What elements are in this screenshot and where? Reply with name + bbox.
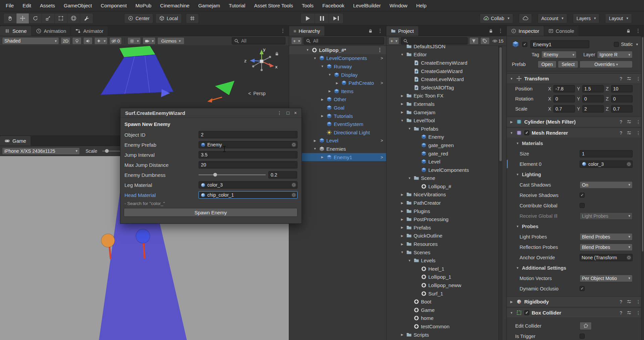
object-picker-icon[interactable]	[291, 183, 296, 187]
help-icon[interactable]: ?	[620, 130, 622, 136]
mesh-renderer-component-header[interactable]: ▼ ✓ Mesh Renderer ? ⋮	[507, 128, 644, 138]
project-item-level[interactable]: Level	[386, 157, 506, 166]
wizard-titlebar[interactable]: Surf.CreateEnemyWizard ⋮ □ ×	[120, 108, 302, 118]
more-icon[interactable]: ⋮	[377, 47, 385, 53]
menu-gamejam[interactable]: Gamejam	[194, 0, 224, 11]
transform-position-x-field[interactable]: -7.8	[553, 85, 575, 92]
layer-dropdown[interactable]: Ignore R▾	[597, 51, 633, 58]
foldout-open-icon[interactable]: ▼	[313, 147, 317, 150]
foldout-closed-icon[interactable]: ▶	[400, 111, 405, 114]
project-item-pathcreator[interactable]: ▶PathCreator	[386, 199, 506, 207]
project-scrollbar[interactable]	[498, 46, 502, 340]
menu-tools[interactable]: Tools	[298, 0, 318, 11]
add-object-button[interactable]: + ▾	[291, 37, 302, 45]
menu-asset-store-tools[interactable]: Asset Store Tools	[250, 0, 297, 11]
custom-tool-button[interactable]	[80, 13, 93, 23]
foldout-closed-icon[interactable]: ▶	[335, 81, 339, 85]
lock-icon[interactable]	[488, 28, 493, 33]
maximize-icon[interactable]: □	[286, 110, 289, 116]
enemy-dumbness-input[interactable]: 0.2	[268, 171, 297, 179]
scrollbar-thumb[interactable]	[499, 47, 502, 161]
nav-arrow-icon[interactable]: >	[380, 56, 385, 61]
hierarchy-item-lollipop[interactable]: ▼Lollipop_#*⋮	[289, 46, 386, 54]
tab-console[interactable]: Console	[544, 26, 579, 36]
project-item-lollipop-neww[interactable]: Lollipop_neww	[386, 281, 506, 289]
project-item-shaders[interactable]: ▶Shaders	[386, 339, 506, 340]
rotate-tool-button[interactable]	[29, 13, 42, 23]
component-enabled-checkbox[interactable]: ✓	[524, 310, 529, 315]
project-item-game[interactable]: Game	[386, 306, 506, 314]
transform-tool-button[interactable]	[67, 13, 80, 23]
transform-rotation-y-field[interactable]: 0	[582, 95, 604, 103]
menu-edit[interactable]: Edit	[18, 0, 36, 11]
project-item-selectalloftag[interactable]: #SelectAllOfTag	[386, 83, 506, 92]
dynamic-occlusion-checkbox[interactable]: ✓	[580, 286, 585, 291]
grid-snap-button[interactable]	[186, 13, 199, 23]
project-item-testcommon[interactable]: testCommon	[386, 322, 506, 331]
menu-mopub[interactable]: MoPub	[131, 0, 156, 11]
foldout-open-icon[interactable]: ▼	[509, 77, 514, 80]
gizmos-dropdown[interactable]: Gizmos ▾	[157, 37, 184, 45]
foldout-closed-icon[interactable]: ▶	[400, 209, 405, 213]
materials-foldout[interactable]: ▼ Materials	[507, 138, 644, 148]
hierarchy-item-tutorials[interactable]: ▶Tutorials	[289, 112, 386, 120]
hand-tool-button[interactable]	[4, 13, 16, 23]
scene-audio-button[interactable]	[83, 37, 93, 45]
project-item-levelcomponents[interactable]: LevelComponents	[386, 166, 506, 174]
project-item-levels[interactable]: ▼Levels	[386, 256, 506, 265]
foldout-closed-icon[interactable]: ▶	[400, 102, 405, 106]
is-trigger-checkbox[interactable]	[580, 334, 585, 339]
help-icon[interactable]: ?	[620, 119, 622, 125]
menu-help[interactable]: Help	[412, 0, 431, 11]
project-item-resources[interactable]: ▶Resources	[386, 240, 506, 248]
tab-project[interactable]: Project	[386, 26, 418, 36]
component-enabled-checkbox[interactable]: ✓	[524, 130, 529, 135]
foldout-open-icon[interactable]: ▼	[400, 53, 405, 56]
menu-file[interactable]: File	[1, 0, 18, 11]
hidden-objects-button[interactable]: 0	[109, 37, 122, 45]
receive-shadows-checkbox[interactable]: ✓	[580, 193, 585, 198]
inspector-scrollbar[interactable]	[641, 36, 644, 340]
axis-z-label[interactable]: z	[244, 58, 247, 63]
element0-material-field[interactable]: color_3	[580, 160, 633, 168]
leg-material-field[interactable]: color_3	[199, 181, 298, 189]
project-item-lollipop[interactable]: Lollipop_#	[386, 182, 506, 191]
size-field[interactable]: 1	[580, 150, 633, 157]
scale-slider-thumb[interactable]	[105, 149, 109, 153]
project-item-enemy[interactable]: Enemy	[386, 133, 506, 141]
foldout-open-icon[interactable]: ▼	[400, 119, 405, 122]
foldout-closed-icon[interactable]: ▶	[400, 94, 405, 97]
foldout-open-icon[interactable]: ▼	[407, 177, 412, 180]
prefab-select-button[interactable]: Select	[558, 61, 578, 68]
preset-icon[interactable]	[627, 76, 632, 81]
scene-lighting-button[interactable]	[72, 37, 82, 45]
menu-tutorial[interactable]: Tutorial	[224, 0, 250, 11]
object-id-input[interactable]: 2	[199, 131, 298, 138]
transform-scale-y-field[interactable]: 2	[582, 105, 604, 113]
project-item-defaultsjson[interactable]: DefaultsJSON	[386, 42, 506, 51]
resolution-dropdown[interactable]: iPhone X/XS 2436x1125 ▾	[2, 147, 80, 155]
nav-arrow-icon[interactable]: >	[380, 138, 385, 143]
mesh-filter-component-header[interactable]: ▶ Cylinder (Mesh Filter) ? ⋮	[507, 117, 644, 127]
foldout-closed-icon[interactable]: ▶	[320, 155, 325, 159]
tab-hierarchy[interactable]: ≡ Hierarchy	[289, 26, 324, 36]
project-item-leveltool[interactable]: ▼LevelTool	[386, 116, 506, 125]
lighting-foldout[interactable]: ▼ Lighting	[507, 169, 644, 180]
more-icon[interactable]: ⋮	[498, 28, 503, 34]
object-picker-icon[interactable]	[291, 193, 296, 197]
project-item-plugins[interactable]: ▶Plugins	[386, 207, 506, 215]
foldout-closed-icon[interactable]: ▶	[400, 234, 405, 237]
foldout-closed-icon[interactable]: ▶	[400, 333, 405, 336]
scene-search-input[interactable]: All	[232, 37, 285, 45]
menu-window[interactable]: Window	[385, 0, 412, 11]
object-picker-icon[interactable]	[291, 142, 296, 147]
axis-gizmo[interactable]: y x z	[244, 47, 278, 71]
project-item-creategatewizard[interactable]: #CreateGateWizard	[386, 67, 506, 75]
cloud-button[interactable]	[519, 13, 532, 23]
tag-dropdown[interactable]: Enemy▾	[541, 51, 577, 58]
hierarchy-item-enemy1[interactable]: ▶Enemy1>	[289, 153, 386, 161]
contribute-gi-checkbox[interactable]	[580, 203, 585, 208]
lock-icon[interactable]	[368, 28, 373, 33]
axis-x-label[interactable]: x	[275, 64, 278, 69]
motion-vectors-dropdown[interactable]: Per Object Motio▾	[580, 275, 633, 282]
